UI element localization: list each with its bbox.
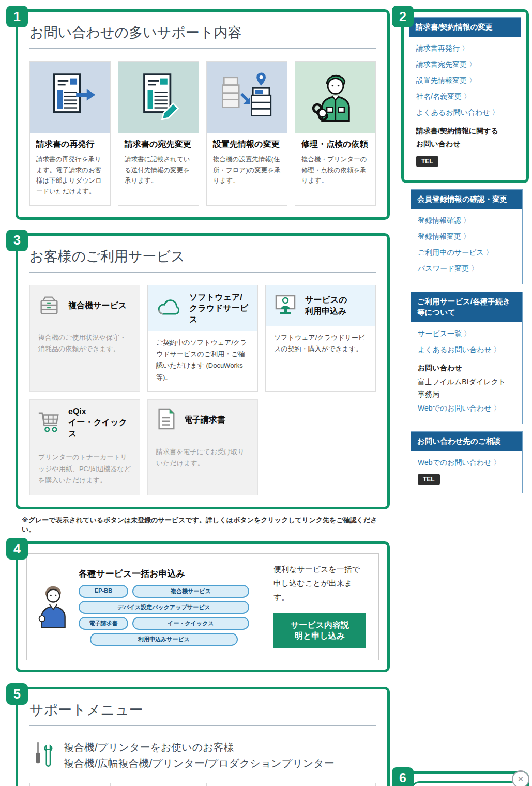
- service-desc: ご契約中のソフトウェア/クラウドサービスのご利用・ご確認いただけます (Docu…: [148, 331, 257, 391]
- tel-badge: TEL: [418, 474, 440, 485]
- annotation-box-6: 6 × AIチャット ボットに相談: [401, 771, 529, 786]
- annotation-badge-4: 4: [6, 538, 28, 560]
- repair-worker-icon: [295, 62, 375, 133]
- tel-badge: TEL: [416, 156, 438, 167]
- card-title: 設置先情報の変更: [213, 139, 281, 150]
- sidebar: 2 請求書/契約情報の変更 請求書再発行 〉 請求書宛先変更 〉 設置先情報変更…: [398, 9, 529, 786]
- member-box-title: 会員登録情報の確認・変更: [411, 190, 522, 209]
- support-heading-line1: 複合機/プリンターをお使いのお客様: [64, 739, 335, 755]
- faq-card-row: 請求書の再発行 請求書の再発行を承ります。電子請求のお客様は下部よりダウンロード…: [29, 61, 376, 206]
- pill-mfp-service[interactable]: 複合機サービス: [132, 585, 249, 598]
- service-card-grid: 複合機サービス 複合機のご使用状況や保守・消耗品の依頼ができます。: [29, 285, 376, 496]
- service-card-software-cloud[interactable]: ソフトウェア/ クラウドサービス ご契約中のソフトウェア/クラウドサービスのご利…: [147, 285, 258, 392]
- vertical-divider: [260, 563, 260, 651]
- service-card-apply[interactable]: サービスの 利用申込み ソフトウェア/クラウドサービスの契約・購入ができます。: [265, 285, 376, 392]
- sidebar-box-billing: 請求書/契約情報の変更 請求書再発行 〉 請求書宛先変更 〉 設置先情報変更 〉…: [409, 17, 521, 175]
- billing-contact-note: 請求書/契約情報に関する お問い合わせ: [416, 125, 514, 150]
- services-section-title: お客様のご利用サービス: [29, 247, 376, 273]
- button-toner-delivery[interactable]: トナーなど消耗品 配送依頼/予定/履歴: [206, 783, 287, 786]
- link-invoice-reissue[interactable]: 請求書再発行 〉: [416, 44, 514, 53]
- link-web-contact[interactable]: Webでのお問い合わせ 〉: [418, 404, 515, 413]
- services-box-title: ご利用サービス/各種手続き等について: [411, 292, 522, 322]
- link-billing-faq[interactable]: よくあるお問い合わせ 〉: [416, 108, 514, 117]
- sidebar-box-services: ご利用サービス/各種手続き等について サービス一覧 〉 よくあるお問い合わせ 〉…: [411, 292, 523, 424]
- service-desc: 請求書を電子にてお受け取りいただけます。: [148, 440, 257, 490]
- annotation-box-1: 1 お問い合わせの多いサポート内容: [16, 9, 390, 220]
- annotation-badge-3: 3: [6, 230, 28, 251]
- annotation-badge-2: 2: [392, 6, 414, 27]
- bundle-desc: 便利なサービスを一括で申し込むことが出来ます。: [273, 562, 366, 604]
- tools-icon: [33, 740, 54, 771]
- pill-ep-bb[interactable]: EP-BB: [79, 585, 128, 598]
- annotation-box-5: 5 サポートメニュー 複合機/プリンターをお使いのお客様 複合機/広幅複合機/プ…: [16, 687, 390, 786]
- service-desc: 複合機のご使用状況や保守・消耗品の依頼ができます。: [30, 326, 140, 375]
- link-service-list[interactable]: サービス一覧 〉: [418, 329, 515, 339]
- empty-cell: [265, 399, 376, 496]
- gray-services-note: ※グレーで表示されているボタンは未登録のサービスです。詳しくはボタンをクリックし…: [22, 516, 390, 534]
- pill-equix[interactable]: イー・クイックス: [132, 617, 249, 630]
- service-title: 電子請求書: [184, 414, 225, 426]
- card-invoice-reissue[interactable]: 請求書の再発行 請求書の再発行を承ります。電子請求のお客様は下部よりダウンロード…: [29, 61, 111, 206]
- page-root: 1 お問い合わせの多いサポート内容: [0, 0, 532, 786]
- bundle-pill-list: EP-BB 複合機サービス デバイス設定バックアップサービス 電子請求書 イー・…: [79, 585, 249, 646]
- button-driver-download[interactable]: ドライバーダウンロード: [295, 783, 376, 786]
- link-services-in-use[interactable]: ご利用中のサービス 〉: [418, 248, 515, 258]
- annotation-badge-5: 5: [6, 683, 28, 705]
- billing-box-title: 請求書/契約情報の変更: [409, 18, 521, 37]
- annotation-box-4: 4 各種サービス一括お申込み EP-: [16, 541, 390, 672]
- card-repair-request[interactable]: 修理・点検の依頼 複合機・プリンターの修理・点検の依頼を承ります。: [295, 61, 376, 206]
- invoice-address-icon: [118, 62, 199, 133]
- link-location-change[interactable]: 設置先情報変更 〉: [416, 76, 514, 85]
- link-password-change[interactable]: パスワード変更 〉: [418, 264, 515, 274]
- support-heading-line2: 複合機/広幅複合機/プリンター/プロダクションプリンター: [64, 755, 335, 772]
- faq-section-title: お問い合わせの多いサポート内容: [29, 23, 376, 49]
- annotation-box-2: 2 請求書/契約情報の変更 請求書再発行 〉 請求書宛先変更 〉 設置先情報変更…: [401, 9, 529, 183]
- annotation-box-3: 3 お客様のご利用サービス: [16, 233, 390, 510]
- pill-device-backup[interactable]: デバイス設定バックアップサービス: [79, 601, 249, 614]
- service-title: ソフトウェア/ クラウドサービス: [189, 292, 250, 325]
- bundle-title: 各種サービス一括お申込み: [79, 568, 249, 580]
- ai-chatbot-button[interactable]: AIチャット ボットに相談: [411, 781, 520, 786]
- service-desc: ソフトウェア/クラウドサービスの契約・購入ができます。: [266, 326, 375, 375]
- customer-person-icon: [36, 582, 70, 632]
- card-desc: 複合機の設置先情報(住所・フロア)の変更を承ります。: [213, 154, 281, 186]
- bundle-card: 各種サービス一括お申込み EP-BB 複合機サービス デバイス設定バックアップサ…: [26, 553, 379, 660]
- button-mfp-pc-setup[interactable]: 複合機とPCの 設定方法: [118, 783, 199, 786]
- link-check-registration[interactable]: 登録情報確認 〉: [418, 216, 515, 225]
- location-change-icon: [207, 62, 287, 133]
- cloud-icon: [155, 296, 182, 320]
- card-desc: 複合機・プリンターの修理・点検の依頼を承ります。: [301, 154, 369, 186]
- close-icon[interactable]: ×: [512, 770, 529, 786]
- service-card-einvoice[interactable]: 電子請求書 請求書を電子にてお受け取りいただけます。: [147, 399, 258, 496]
- card-title: 修理・点検の依頼: [301, 139, 369, 150]
- contact-name: 富士フイルムBIダイレクト 事務局: [418, 375, 515, 401]
- support-button-grid: 修理・点検依頼 複合機とPCの 設定方法 トナーなど消耗品 配送依頼/予定/履歴…: [29, 783, 376, 786]
- invoice-reissue-icon: [30, 62, 110, 133]
- document-icon: [155, 407, 177, 433]
- link-change-registration[interactable]: 登録情報変更 〉: [418, 232, 515, 241]
- pill-application-service[interactable]: 利用申込みサービス: [90, 633, 238, 646]
- card-invoice-address-change[interactable]: 請求書の宛先変更 請求書に記載されている送付先情報の変更を承ります。: [118, 61, 199, 206]
- monitor-person-icon: [273, 293, 298, 318]
- card-location-change[interactable]: 設置先情報の変更 複合機の設置先情報(住所・フロア)の変更を承ります。: [206, 61, 287, 206]
- bundle-apply-button[interactable]: サービス内容説明と申し込み: [273, 613, 366, 648]
- service-title: eQix イー・クイックス: [68, 406, 132, 440]
- link-web-contact-consult[interactable]: Webでのお問い合わせ 〉: [418, 458, 515, 467]
- annotation-badge-1: 1: [6, 6, 28, 27]
- support-menu-headings: 複合機/プリンターをお使いのお客様 複合機/広幅複合機/プリンター/プロダクショ…: [64, 739, 335, 772]
- service-title: サービスの 利用申込み: [305, 294, 347, 316]
- copier-icon: [37, 293, 61, 319]
- consult-box-title: お問い合わせ先のご相談: [411, 432, 522, 451]
- link-services-faq[interactable]: よくあるお問い合わせ 〉: [418, 345, 515, 355]
- card-desc: 請求書に記載されている送付先情報の変更を承ります。: [125, 154, 192, 186]
- card-title: 請求書の宛先変更: [125, 139, 192, 150]
- cart-icon: [37, 410, 61, 435]
- service-card-eqix[interactable]: eQix イー・クイックス プリンターのトナーカートリッジや用紙、PC/周辺機器…: [29, 399, 140, 496]
- link-invoice-address[interactable]: 請求書宛先変更 〉: [416, 60, 514, 69]
- button-repair-request[interactable]: 修理・点検依頼: [29, 783, 111, 786]
- card-desc: 請求書の再発行を承ります。電子請求のお客様は下部よりダウンロードいただけます。: [36, 154, 104, 197]
- sidebar-box-member: 会員登録情報の確認・変更 登録情報確認 〉 登録情報変更 〉 ご利用中のサービス…: [411, 189, 523, 284]
- service-card-copier[interactable]: 複合機サービス 複合機のご使用状況や保守・消耗品の依頼ができます。: [29, 285, 140, 392]
- link-company-name-change[interactable]: 社名/名義変更 〉: [416, 92, 514, 101]
- pill-einvoice[interactable]: 電子請求書: [79, 617, 128, 630]
